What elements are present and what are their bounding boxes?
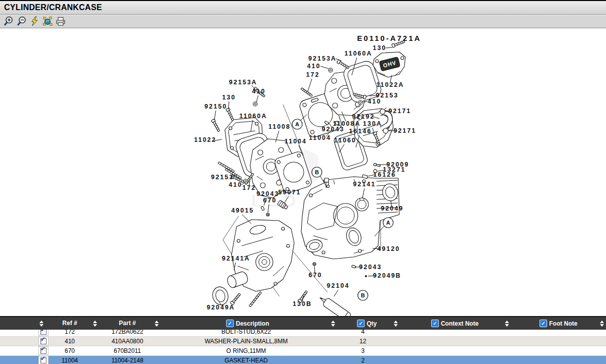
sort-arrow-context[interactable] [505,321,509,327]
sort-arrow-select[interactable] [39,321,44,327]
part-label-92043[interactable]: 92043 [359,264,382,271]
cell-ref: 11004 [62,357,78,364]
part-label-92192[interactable]: 92192 [352,113,375,120]
part-label-11008[interactable]: 11008 [268,123,291,130]
part-label-92141[interactable]: 92141 [353,181,376,188]
column-foot-note[interactable]: Foot Note [540,320,578,327]
part-label-11060[interactable]: 11060 [334,137,356,144]
cell-ref: 172 [65,330,75,335]
lightning-icon [29,16,40,27]
cell-qty: 12 [359,338,366,345]
column-qty[interactable]: Qty [357,320,377,327]
sort-arrow-foot[interactable] [600,321,604,327]
row-checkbox[interactable]: ✓ [38,346,49,355]
parts-diagram: LED DV E0110-A721A [0,29,606,316]
part-sealant-92104 [317,294,352,316]
toolbar [0,15,606,28]
zoom-out-button[interactable] [15,16,27,27]
column-part[interactable]: Part # [119,320,135,327]
zoom-in-button[interactable] [2,16,14,27]
hotspot-select-button[interactable] [41,16,54,27]
part-label-16146[interactable]: 16146 [349,128,372,135]
part-label-130[interactable]: 130 [222,94,236,101]
part-label-130[interactable]: 130 [373,44,387,51]
ref-marker-A: A [383,218,393,228]
part-label-92043[interactable]: 92043 [257,190,279,197]
part-label-11060A[interactable]: 11060A [239,113,267,120]
part-label-11022A[interactable]: 11022A [376,81,404,88]
part-label-92171[interactable]: 92171 [389,108,411,115]
part-label-59071[interactable]: 59071 [278,189,301,196]
table-row-410[interactable]: ✓410410AA0800WASHER-PLAIN-SMALL,8MM12 [0,336,606,346]
zoom-in-icon [3,16,14,27]
part-label-92049A[interactable]: 92049A [207,304,235,311]
qty-checkbox[interactable] [357,320,364,327]
leader-line [256,95,258,102]
row-checkbox[interactable]: ✓ [38,356,49,364]
part-label-130A[interactable]: 130A [363,120,382,127]
part-bushing-92141 [355,198,368,211]
part-label-11004[interactable]: 11004 [309,134,331,141]
part-label-670[interactable]: 670 [309,272,322,279]
cell-qty: 2 [361,357,365,364]
column-context-note[interactable]: Context Note [431,320,479,327]
table-body: ✓172172BA0622BOLT-STUD,6X224✓410410AA080… [0,330,606,364]
column-description[interactable]: Description [226,320,269,327]
part-label-410[interactable]: 410 [252,88,266,95]
table-row-670[interactable]: ✓670670B2011O RING,11MM3 [0,346,606,355]
description-checkbox[interactable] [226,320,234,327]
cell-qty: 4 [361,330,365,335]
svg-text:A: A [295,121,299,127]
part-label-49015[interactable]: 49015 [231,207,254,214]
leader-line [386,47,392,48]
cell-ref: 670 [65,347,75,354]
part-label-172[interactable]: 172 [243,184,256,191]
part-label-410[interactable]: 410 [368,98,382,105]
table-row-11004[interactable]: ✓1100411004-2148GASKET-HEAD2 [0,355,606,364]
column-ref[interactable]: Ref # [62,320,77,327]
part-label-410[interactable]: 410 [229,181,243,188]
part-label-92104[interactable]: 92104 [327,282,350,289]
svg-text:A: A [386,220,390,226]
sort-arrow-description[interactable] [331,321,336,327]
parts-table: Ref # Part # Description Qty Context Not… [0,316,606,364]
part-label-92171[interactable]: 92171 [394,127,416,134]
ref-marker-B: B [358,290,368,300]
part-label-130B[interactable]: 130B [293,300,312,307]
sort-arrow-part[interactable] [155,321,159,327]
part-label-92153A[interactable]: 92153A [229,79,257,86]
cell-part: 172BA0622 [112,330,144,335]
part-label-92043[interactable]: 92043 [322,126,345,133]
part-label-410[interactable]: 410 [307,63,321,70]
context-note-checkbox[interactable] [431,320,439,327]
leader-line [334,290,338,296]
part-label-172[interactable]: 172 [306,71,320,78]
page-title: CYLINDER/CRANKCASE [4,3,102,12]
part-label-92049[interactable]: 92049 [381,205,404,212]
cell-desc: WASHER-PLAIN-SMALL,8MM [205,338,288,345]
part-label-670[interactable]: 670 [263,197,277,204]
cell-qty: 3 [361,347,365,354]
part-label-92153[interactable]: 92153 [211,174,234,181]
part-label-11060A[interactable]: 11060A [344,50,372,57]
diagram-code: E0110-A721A [357,34,421,42]
part-label-16126[interactable]: 16126 [374,171,396,178]
foot-note-checkbox[interactable] [540,320,547,327]
table-row-172[interactable]: ✓172172BA0622BOLT-STUD,6X224 [0,330,606,336]
sort-arrow-qty[interactable] [394,321,398,327]
flash-refresh-button[interactable] [28,16,40,27]
cell-desc: GASKET-HEAD [224,357,267,364]
part-label-92150[interactable]: 92150 [205,103,227,110]
table-header: Ref # Part # Description Qty Context Not… [0,317,606,330]
part-label-92153A[interactable]: 92153A [308,55,337,62]
row-checkbox[interactable]: ✓ [38,337,49,345]
part-label-92141A[interactable]: 92141A [222,255,250,262]
part-label-11022[interactable]: 11022 [194,136,216,143]
part-label-11004[interactable]: 11004 [285,138,307,145]
sort-arrow-ref[interactable] [93,321,98,327]
part-label-92049B[interactable]: 92049B [373,272,401,279]
part-label-49120[interactable]: 49120 [378,245,400,252]
row-checkbox[interactable]: ✓ [38,330,49,336]
diagram-canvas: LED DV E0110-A721A [0,29,606,316]
print-button[interactable] [55,16,67,27]
